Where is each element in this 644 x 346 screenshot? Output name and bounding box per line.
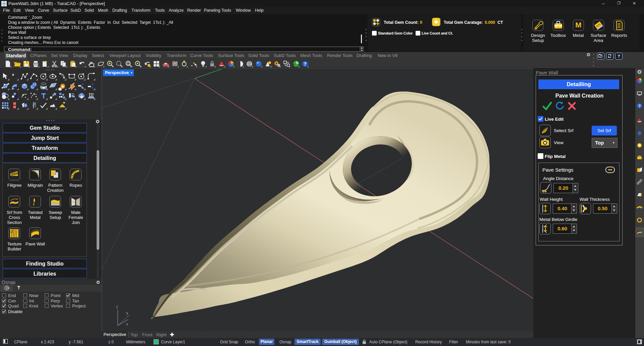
svg-text:z: z bbox=[116, 304, 118, 309]
svg-text:?: ? bbox=[638, 104, 641, 108]
svg-text:x: x bbox=[126, 322, 128, 327]
svg-text:y: y bbox=[126, 310, 128, 315]
svg-text:?: ? bbox=[304, 61, 307, 67]
